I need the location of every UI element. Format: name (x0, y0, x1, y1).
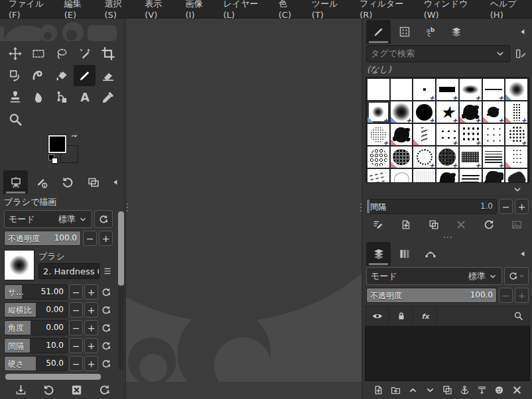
brush-cell-blob-d[interactable] (436, 169, 458, 183)
open-brush-as-image-button[interactable] (509, 217, 524, 232)
reset-mode-button[interactable] (94, 210, 113, 228)
tab-channels[interactable] (392, 242, 417, 266)
tool-zoom[interactable] (4, 109, 26, 130)
menu-item-image[interactable]: 画像(I) (178, 0, 216, 18)
layer-search-button[interactable] (437, 306, 529, 325)
new-layer-button[interactable] (371, 383, 385, 398)
menu-item-windows[interactable]: ウィンドウ(W) (417, 0, 483, 18)
decrease-button[interactable]: − (69, 356, 83, 371)
increase-button[interactable]: + (84, 338, 98, 353)
layer-mode-reset-button[interactable] (504, 267, 529, 285)
brush-0-slider[interactable]: サ...51.00 (4, 284, 68, 300)
tool-clone[interactable] (4, 87, 26, 108)
chevron-down-icon[interactable] (495, 48, 505, 59)
new-brush-button[interactable] (399, 217, 413, 232)
layer-opacity-slider[interactable]: 不透明度 100.0 (366, 288, 497, 303)
opacity-decrease-button[interactable]: − (83, 231, 97, 246)
brush-cell-blob-s[interactable]: + (483, 101, 505, 123)
image-canvas-area[interactable] (126, 19, 362, 399)
duplicate-layer-button[interactable] (440, 383, 455, 398)
tool-rectangle-select[interactable] (27, 43, 49, 64)
right-splitter-handle[interactable] (360, 203, 362, 214)
reset-slider-button[interactable] (100, 321, 113, 335)
brush-3-slider[interactable]: 間隔10.0 (4, 338, 68, 353)
tag-search-input[interactable]: タグで検索 (366, 45, 510, 62)
menu-item-filters[interactable]: フィルター(R) (352, 0, 417, 18)
anchor-layer-button[interactable] (458, 383, 472, 398)
brush-cell-lines5[interactable] (460, 169, 482, 183)
lock-filter-button[interactable] (389, 306, 413, 325)
delete-brush-button[interactable] (454, 217, 468, 232)
brush-cell-blob-d[interactable] (391, 124, 413, 145)
brush-cell-vtex[interactable]: + (505, 101, 527, 123)
collapse-dock-button[interactable] (109, 176, 121, 189)
tool-free-select[interactable] (50, 43, 72, 64)
tab-brushes[interactable] (366, 20, 391, 44)
brush-cell-line[interactable]: + (483, 79, 505, 100)
decrease-button[interactable]: − (69, 302, 83, 317)
tab-undo-history[interactable] (55, 170, 80, 194)
brush-cell-blob-d[interactable]: + (460, 101, 482, 123)
tool-options-vertical-scrollbar[interactable] (118, 211, 124, 370)
layer-mode-dropdown[interactable]: モード 標準 (366, 267, 502, 285)
brush-2-slider[interactable]: 角度0.00 (4, 320, 68, 335)
increase-button[interactable]: + (84, 302, 98, 317)
reset-slider-button[interactable] (100, 357, 113, 371)
tool-fuzzy-select[interactable] (74, 43, 96, 64)
tool-bucket-fill[interactable] (50, 65, 72, 86)
menu-item-tools[interactable]: ツール(T) (304, 0, 352, 18)
brush-cell-dot[interactable]: + (413, 79, 435, 100)
tool-eraser[interactable] (97, 65, 119, 86)
refresh-brushes-button[interactable] (482, 217, 496, 232)
delete-layer-button[interactable] (509, 383, 524, 398)
brush-cell-blank[interactable] (367, 79, 389, 100)
menu-item-file[interactable]: ファイル(F) (1, 0, 57, 18)
tool-paths[interactable] (50, 87, 72, 108)
brush-cell-star[interactable]: ★+ (436, 101, 458, 123)
brush-cell-soft-m[interactable] (505, 79, 527, 100)
tool-text[interactable]: A (74, 87, 96, 108)
edit-brush-list-button[interactable] (513, 46, 529, 62)
spacing-increase-button[interactable]: + (515, 199, 529, 214)
collapse-dock-button[interactable] (517, 25, 529, 38)
layers-list[interactable] (365, 326, 530, 381)
brush-cell-texdense[interactable] (483, 169, 505, 183)
brush-cell-soft-s[interactable]: + (367, 101, 389, 123)
brush-1-slider[interactable]: 縦横比0.00 (4, 302, 68, 317)
tab-paths-tab[interactable] (418, 242, 442, 266)
brush-name[interactable]: 2. Hardness 050 (38, 263, 100, 279)
lower-layer-button[interactable] (423, 383, 437, 398)
menu-item-help[interactable]: ヘルプ(H) (483, 0, 532, 18)
brush-cell-ellipse[interactable]: + (460, 79, 482, 100)
menu-item-layer[interactable]: レイヤー(L) (216, 0, 271, 18)
default-colors-icon[interactable] (48, 154, 58, 164)
opacity-slider[interactable]: 不透明度 100.0 (4, 231, 81, 246)
tool-color-picker[interactable] (97, 87, 119, 108)
brush-cell-soft-l[interactable]: + (391, 101, 413, 123)
brush-cell-ring[interactable]: + (413, 146, 435, 168)
brush-cell-vsparse[interactable] (505, 146, 527, 168)
new-layer-group-button[interactable] (388, 383, 403, 398)
tab-patterns[interactable] (392, 20, 417, 44)
increase-button[interactable]: + (84, 284, 98, 300)
layer-opacity-increase-button[interactable]: + (515, 288, 529, 303)
delete-options-button[interactable] (69, 382, 84, 397)
brush-cell-texblob[interactable]: + (505, 124, 527, 145)
brush-cell-dots-few[interactable]: + (436, 124, 458, 145)
layer-mask-button[interactable] (492, 383, 507, 398)
tab-device-status[interactable]: i (29, 170, 54, 194)
brush-cell-dashes[interactable] (367, 169, 389, 183)
brush-cell-blank[interactable] (391, 79, 413, 100)
reset-options-button[interactable] (97, 382, 111, 397)
tool-warp-transform[interactable] (27, 65, 49, 86)
brush-menu-grip-icon[interactable] (102, 266, 113, 276)
brush-cell-cells[interactable] (367, 146, 389, 168)
edit-brush-button[interactable] (371, 217, 385, 232)
collapse-dock-button[interactable] (517, 247, 529, 260)
brush-spacing-slider[interactable]: 間隔 1.0 (366, 199, 497, 214)
raise-layer-button[interactable] (405, 383, 420, 398)
dock-splitter-handle[interactable] (363, 233, 532, 241)
brush-cell-mottle[interactable]: + (436, 146, 458, 168)
tool-smudge[interactable] (27, 87, 49, 108)
duplicate-brush-button[interactable] (427, 217, 441, 232)
